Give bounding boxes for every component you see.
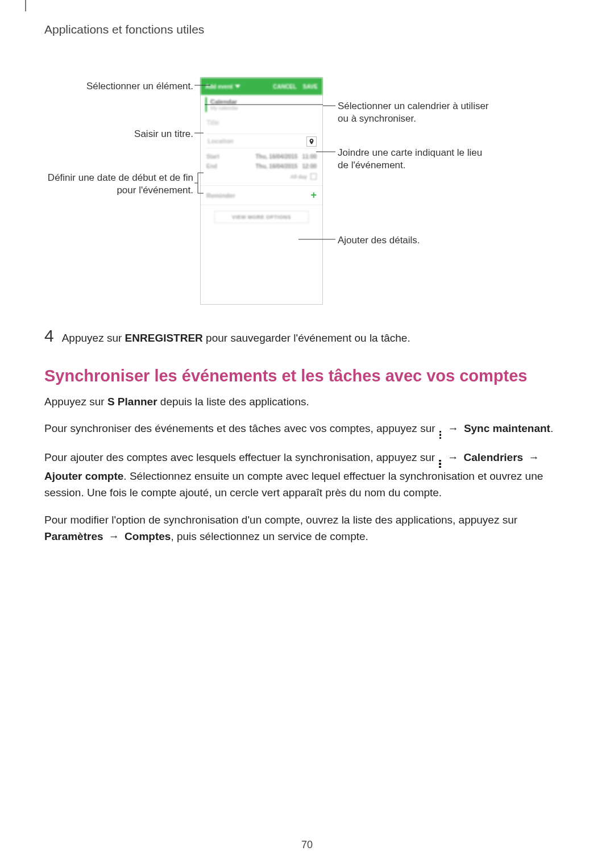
more-vert-icon	[439, 460, 441, 468]
cancel-button: CANCEL	[273, 84, 296, 90]
callout-enter-title: Saisir un titre.	[44, 128, 193, 140]
calendar-selector: Calendar My calendar	[205, 97, 318, 112]
crop-mark	[23, 0, 28, 11]
step-number: 4	[44, 327, 54, 344]
phone-toolbar: Add event CANCEL SAVE	[201, 78, 322, 95]
more-vert-icon	[439, 431, 442, 439]
step-4: 4 Appuyez sur ENREGISTRER pour sauvegard…	[44, 327, 570, 346]
reminder-row: Reminder +	[201, 185, 322, 205]
page-header: Applications et fonctions utiles	[44, 23, 570, 36]
callout-add-details: Ajouter des détails.	[338, 234, 520, 247]
phone-screenshot: Add event CANCEL SAVE Calendar My calend…	[200, 77, 323, 305]
dropdown-label: Add event	[205, 84, 233, 90]
annotated-figure: Add event CANCEL SAVE Calendar My calend…	[44, 77, 570, 305]
allday-row: All day	[201, 171, 322, 182]
plus-icon: +	[310, 189, 317, 201]
end-row: End Thu, 16/04/2015 12:00	[201, 161, 322, 171]
callout-attach-map: Joindre une carte indiquant le lieu de l…	[338, 147, 520, 172]
callout-set-dates: Définir une date de début et de fin pour…	[44, 172, 193, 197]
more-options-button: VIEW MORE OPTIONS	[214, 211, 309, 223]
location-field: Location	[206, 134, 317, 148]
save-button: SAVE	[303, 84, 318, 90]
page-number: 70	[0, 839, 614, 851]
section-heading: Synchroniser les événements et les tâche…	[44, 367, 570, 385]
callout-select-element: Sélectionner un élément.	[44, 80, 193, 93]
paragraph-1: Appuyez sur S Planner depuis la liste de…	[44, 393, 570, 410]
callout-select-calendar: Sélectionner un calendrier à utiliser ou…	[338, 100, 520, 125]
chevron-down-icon	[235, 85, 240, 88]
checkbox-icon	[310, 173, 317, 180]
paragraph-3: Pour ajouter des comptes avec lesquels e…	[44, 449, 570, 501]
map-pin-icon	[306, 136, 317, 147]
start-row: Start Thu, 16/04/2015 11:00	[201, 152, 322, 161]
title-field: Title	[201, 114, 322, 131]
paragraph-2: Pour synchroniser des événements et des …	[44, 420, 570, 439]
paragraph-4: Pour modifier l'option de synchronisatio…	[44, 512, 570, 545]
